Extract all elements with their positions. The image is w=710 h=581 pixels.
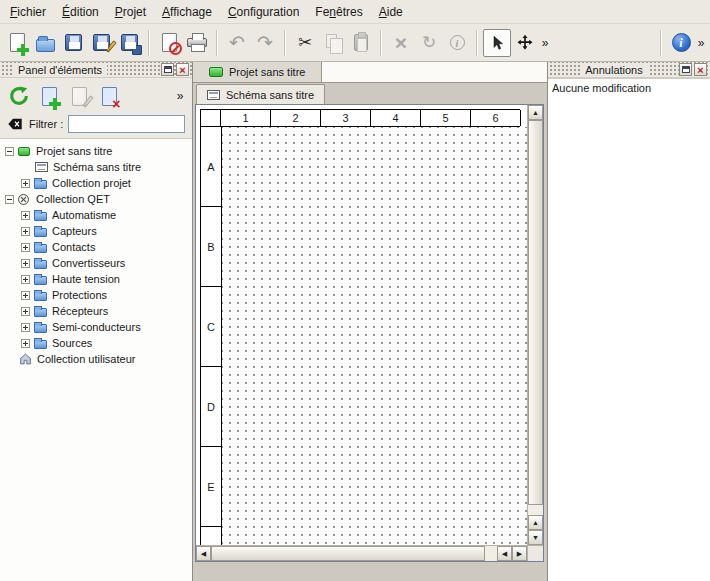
tree-item-convertisseurs[interactable]: Convertisseurs xyxy=(0,255,192,271)
filter-input[interactable] xyxy=(68,115,185,133)
expand-expander-icon[interactable] xyxy=(21,275,30,284)
main-toolbar xyxy=(0,24,710,62)
tree-item-schema-sans-titre[interactable]: Schéma sans titre xyxy=(0,159,192,175)
expand-expander-icon[interactable] xyxy=(21,227,30,236)
filter-row: Filtrer : xyxy=(0,114,192,138)
save-all-button[interactable] xyxy=(115,29,143,57)
copy-button[interactable] xyxy=(319,29,347,57)
horizontal-scrollbar xyxy=(196,545,527,561)
menu-affichage[interactable]: Affichage xyxy=(154,2,220,22)
tree-item-capteurs[interactable]: Capteurs xyxy=(0,223,192,239)
expand-expander-icon[interactable] xyxy=(21,291,30,300)
menu-projet[interactable]: Projet xyxy=(107,2,154,22)
mini-floppy-icon xyxy=(132,45,142,55)
menu-fichier[interactable]: Fichier xyxy=(2,2,54,22)
ruler-column-5: 5 xyxy=(421,110,471,126)
save-button[interactable] xyxy=(59,29,87,57)
clear-filter-icon[interactable] xyxy=(7,117,23,131)
scroll-up-button[interactable] xyxy=(528,105,543,120)
expand-expander-icon[interactable] xyxy=(21,259,30,268)
filter-label: Filtrer : xyxy=(29,118,63,130)
pan-mode-button[interactable] xyxy=(511,29,539,57)
close-file-button[interactable] xyxy=(155,29,183,57)
menu-configuration[interactable]: Configuration xyxy=(220,2,307,22)
delete-element-icon xyxy=(102,87,117,106)
scroll-right-button[interactable] xyxy=(512,546,527,561)
project-tab[interactable]: Projet sans titre xyxy=(193,62,322,82)
scroll-up-button[interactable] xyxy=(528,515,543,530)
tree-item-collection-projet[interactable]: Collection projet xyxy=(0,175,192,191)
horizontal-scroll-thumb[interactable] xyxy=(211,546,485,561)
tree-item-contacts[interactable]: Contacts xyxy=(0,239,192,255)
tree-item-projet-sans-titre[interactable]: Projet sans titre xyxy=(0,143,192,159)
selection-mode-button[interactable] xyxy=(483,29,511,57)
scroll-left-button[interactable] xyxy=(497,546,512,561)
undo-list[interactable]: Aucune modification xyxy=(548,78,710,581)
paste-button[interactable] xyxy=(347,29,375,57)
new-element-button[interactable] xyxy=(34,81,64,111)
tree-item-sources[interactable]: Sources xyxy=(0,335,192,351)
menu-fenetres[interactable]: Fenêtres xyxy=(307,2,370,22)
delete-button[interactable] xyxy=(387,29,415,57)
close-panel-button[interactable] xyxy=(176,63,189,76)
tree-item-recepteurs[interactable]: Récepteurs xyxy=(0,303,192,319)
redo-button[interactable] xyxy=(251,29,279,57)
delete-element-button[interactable] xyxy=(94,81,124,111)
ruler-row-b: B xyxy=(201,207,221,287)
delete-icon xyxy=(395,32,407,53)
float-panel-button[interactable] xyxy=(161,63,174,76)
toolbar-separator xyxy=(476,30,478,56)
expand-expander-icon[interactable] xyxy=(21,243,30,252)
close-panel-button[interactable] xyxy=(694,63,707,76)
element-information-button[interactable] xyxy=(443,29,471,57)
cursor-arrow-icon xyxy=(488,34,506,52)
save-all-icon xyxy=(121,34,138,51)
rotate-icon xyxy=(422,34,436,51)
float-panel-button[interactable] xyxy=(679,63,692,76)
schema-icon xyxy=(35,162,48,172)
scroll-left-button[interactable] xyxy=(196,546,211,561)
undo-button[interactable] xyxy=(223,29,251,57)
help-toolbar-overflow-icon[interactable] xyxy=(695,36,707,50)
collapse-expander-icon[interactable] xyxy=(5,195,14,204)
cut-button[interactable] xyxy=(291,29,319,57)
tree-item-semi-conducteurs[interactable]: Semi-conducteurs xyxy=(0,319,192,335)
schema-grid-canvas[interactable] xyxy=(222,127,527,545)
expand-expander-icon[interactable] xyxy=(21,339,30,348)
tree-item-haute-tension[interactable]: Haute tension xyxy=(0,271,192,287)
edit-element-button[interactable] xyxy=(64,81,94,111)
print-button[interactable] xyxy=(183,29,211,57)
redo-icon xyxy=(257,33,273,52)
about-help-button[interactable] xyxy=(667,29,695,57)
scroll-down-button[interactable] xyxy=(528,530,543,545)
plus-badge-icon xyxy=(17,44,29,56)
new-document-button[interactable] xyxy=(3,29,31,57)
menu-aide[interactable]: Aide xyxy=(371,2,411,22)
tree-item-collection-utilisateur[interactable]: Collection utilisateur xyxy=(0,351,192,367)
qet-collection-icon xyxy=(18,194,29,205)
save-as-button[interactable] xyxy=(87,29,115,57)
rotate-button[interactable] xyxy=(415,29,443,57)
expand-expander-icon[interactable] xyxy=(21,307,30,316)
panel-toolbar-overflow-icon[interactable] xyxy=(174,89,186,103)
tree-item-protections[interactable]: Protections xyxy=(0,287,192,303)
reload-collections-button[interactable] xyxy=(4,81,34,111)
elements-panel-titlebar[interactable]: Panel d'éléments xyxy=(0,62,192,78)
expand-expander-icon[interactable] xyxy=(21,179,30,188)
tree-item-collection-qet[interactable]: Collection QET xyxy=(0,191,192,207)
undo-panel-dock: Annulations Aucune modification xyxy=(547,62,710,581)
tree-item-automatisme[interactable]: Automatisme xyxy=(0,207,192,223)
expand-expander-icon[interactable] xyxy=(21,323,30,332)
menu-edition[interactable]: Édition xyxy=(54,2,107,22)
collapse-expander-icon[interactable] xyxy=(5,147,14,156)
open-project-button[interactable] xyxy=(31,29,59,57)
cut-icon xyxy=(298,34,312,51)
vertical-scroll-thumb[interactable] xyxy=(528,120,543,505)
folder-icon xyxy=(34,180,47,189)
float-icon xyxy=(164,66,172,73)
toolbar-overflow-icon[interactable] xyxy=(539,36,551,50)
undo-panel-titlebar[interactable]: Annulations xyxy=(548,62,710,78)
schema-tab[interactable]: Schéma sans titre xyxy=(196,84,325,104)
expand-expander-icon[interactable] xyxy=(21,211,30,220)
schema-tab-icon xyxy=(207,90,220,100)
